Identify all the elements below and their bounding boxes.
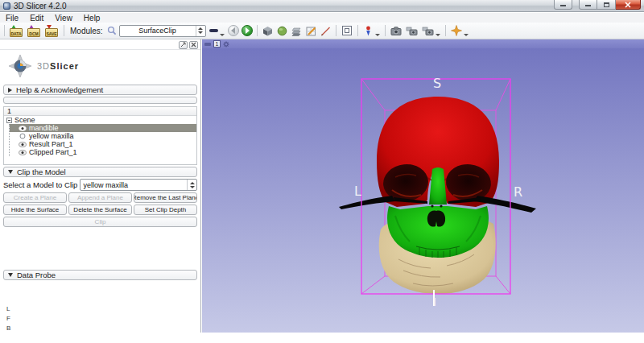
modules-menu-button[interactable]	[208, 23, 225, 38]
close-panel-button[interactable]	[189, 41, 198, 49]
save-label: SAVE	[45, 31, 58, 36]
modules-menu-icon	[209, 29, 218, 32]
skull-3d-render[interactable]: S L R I	[202, 48, 644, 333]
visibility-eye-icon[interactable]	[18, 125, 27, 131]
append-plane-button[interactable]: Append a Plane	[68, 192, 132, 203]
model-select-row: Select a Model to Clip yellow maxilla	[3, 179, 197, 191]
clip-button[interactable]: Clip	[3, 217, 197, 227]
data-probe-title: Data Probe	[17, 271, 56, 279]
set-clip-depth-button[interactable]: Set Clip Depth	[134, 205, 197, 215]
volume-module-button[interactable]	[262, 23, 274, 38]
scene-camera-icon	[422, 26, 434, 36]
visibility-off-icon[interactable]	[18, 133, 27, 139]
cube-icon	[262, 26, 273, 36]
maximize-button[interactable]	[597, 0, 616, 10]
toolbar-separator	[445, 25, 446, 36]
load-data-button[interactable]: DATA	[9, 23, 24, 38]
tree-node-result-part-1[interactable]: Result Part_1	[10, 140, 196, 148]
sphere-icon	[277, 26, 287, 36]
sparkle-star-icon	[451, 25, 462, 36]
pushpin-icon[interactable]	[204, 43, 211, 46]
probe-label-f: F	[6, 314, 200, 324]
tree-node-clipped-part-1[interactable]: Clipped Part_1	[10, 148, 196, 156]
tree-node-scene[interactable]: Scene	[4, 116, 196, 124]
chevron-down-icon	[436, 34, 440, 36]
create-plane-button[interactable]: Create a Plane	[3, 192, 67, 203]
layout-selector-button[interactable]	[341, 23, 353, 38]
annotations-module-button[interactable]	[320, 23, 332, 38]
view-controller-bar[interactable]: 1	[202, 39, 644, 48]
menu-view[interactable]: View	[49, 14, 78, 23]
extensions-button[interactable]	[450, 23, 469, 38]
scene-tree-header: 1	[4, 107, 196, 116]
collapse-expander-icon[interactable]	[6, 118, 12, 123]
module-selector-combobox[interactable]: SurfaceClip	[119, 25, 206, 37]
tree-node-mandible[interactable]: mandible	[10, 124, 196, 132]
fiducial-pin-icon	[363, 26, 374, 36]
app-icon	[3, 2, 10, 10]
minimize-button[interactable]	[579, 0, 597, 10]
node-label: yellow maxilla	[29, 132, 74, 140]
scene-view-button[interactable]	[405, 23, 419, 38]
data-probe-slice-labels: L F B	[6, 304, 200, 333]
model-selected-value: yellow maxilla	[80, 181, 187, 189]
module-back-button[interactable]	[228, 25, 239, 36]
node-label: Clipped Part_1	[29, 148, 77, 156]
toolbar-separator	[357, 25, 358, 36]
modules-label: Modules:	[70, 27, 103, 35]
orientation-inferior: I	[433, 295, 436, 308]
module-panel-header	[0, 39, 200, 50]
model-select-combobox[interactable]: yellow maxilla	[80, 179, 197, 191]
clip-the-model-section[interactable]: Clip the Model	[3, 167, 197, 177]
mouse-mode-button[interactable]	[362, 23, 381, 38]
undock-panel-button[interactable]	[179, 41, 188, 49]
bottom-strip	[0, 333, 644, 343]
threed-view[interactable]: 1	[202, 39, 644, 333]
dicom-label: DCM	[27, 31, 40, 36]
remove-last-plane-button[interactable]: Remove the Last Plane	[134, 192, 197, 203]
tree-node-yellow-maxilla[interactable]: yellow maxilla	[10, 132, 196, 140]
hide-surface-button[interactable]: Hide the Surface	[3, 205, 67, 215]
combobox-spinner-icon	[196, 26, 205, 36]
collapsed-triangle-icon	[8, 88, 12, 93]
toolbar-separator	[336, 25, 336, 36]
dicom-button[interactable]: DCM	[27, 23, 42, 38]
models-module-button[interactable]	[276, 23, 288, 38]
chevron-down-icon	[464, 34, 469, 36]
empty-collapsible-bar[interactable]	[3, 97, 197, 104]
transforms-module-button[interactable]	[291, 23, 303, 38]
chevron-down-icon	[375, 34, 380, 36]
help-acknowledgement-section[interactable]: Help & Acknowledgement	[3, 85, 197, 95]
menu-edit[interactable]: Edit	[24, 14, 49, 23]
combobox-spinner-icon	[187, 180, 196, 190]
titlebar[interactable]: 3D Slicer 4.2.0	[0, 0, 644, 12]
layout-icon	[341, 25, 353, 36]
scene-view-menu-button[interactable]	[421, 23, 441, 38]
ruler-pencil-icon	[320, 26, 331, 36]
screenshot-button[interactable]	[390, 23, 402, 38]
menubar: File Edit View Help	[0, 13, 644, 23]
module-forward-button[interactable]	[242, 25, 253, 36]
toolbar-separator	[385, 25, 386, 36]
view-label: 1	[213, 40, 221, 48]
orientation-left: L	[354, 184, 361, 199]
select-model-label: Select a Model to Clip	[3, 180, 77, 189]
extra-minimize-button[interactable]	[554, 0, 572, 10]
module-search-icon[interactable]	[107, 26, 117, 35]
menu-file[interactable]: File	[0, 14, 24, 23]
visibility-eye-icon[interactable]	[18, 149, 27, 155]
visibility-eye-icon[interactable]	[18, 141, 27, 147]
save-button[interactable]: SAVE	[44, 23, 60, 38]
close-button[interactable]	[616, 0, 641, 10]
camera-icon	[390, 26, 402, 36]
probe-label-l: L	[6, 304, 200, 314]
close-icon	[191, 42, 196, 48]
close-icon	[625, 2, 631, 8]
delete-surface-button[interactable]: Delete the Surface	[68, 205, 132, 215]
scene-tree[interactable]: 1 Scene mandible yellow maxilla	[3, 106, 197, 165]
menu-help[interactable]: Help	[78, 14, 106, 23]
editor-module-button[interactable]	[305, 23, 317, 38]
gear-icon[interactable]	[223, 41, 229, 48]
data-probe-section[interactable]: Data Probe	[3, 270, 197, 280]
toolbar-separator	[4, 25, 5, 36]
